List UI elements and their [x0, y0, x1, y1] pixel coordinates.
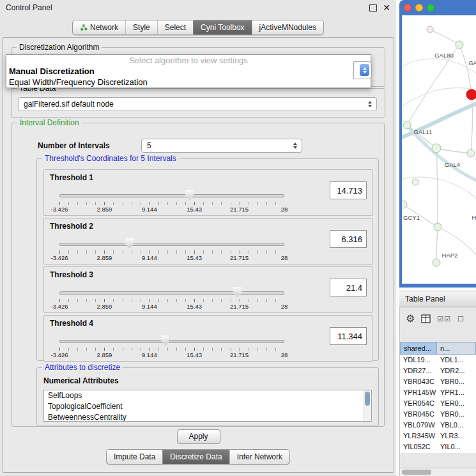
table-data-combobox[interactable]: galFiltered.sif default node	[18, 97, 377, 111]
slider-thumb[interactable]	[161, 335, 169, 346]
dropdown-option-equal-width-frequency[interactable]: Equal Width/Frequency Discretization	[6, 77, 371, 88]
list-scrollbar[interactable]	[364, 390, 371, 421]
dropdown-option-manual-discretization[interactable]: Manual Discretization	[6, 66, 371, 77]
network-node[interactable]	[402, 201, 407, 208]
network-node[interactable]	[403, 121, 411, 129]
tab-discretize-data[interactable]: Discretize Data	[162, 450, 229, 464]
tab-impute-data[interactable]: Impute Data	[107, 450, 162, 464]
apply-button[interactable]: Apply	[177, 429, 220, 444]
tick-label: 9.144	[142, 351, 157, 358]
network-node[interactable]	[467, 150, 475, 157]
close-traffic-light-icon[interactable]	[404, 4, 411, 12]
combo-stepper-icon[interactable]	[360, 64, 369, 76]
slider-thumb[interactable]	[185, 190, 194, 200]
tab-label: Impute Data	[114, 452, 155, 461]
threshold-3-slider[interactable]	[59, 287, 284, 298]
threshold-4-slider[interactable]	[59, 335, 284, 346]
group-label: Discretization Algorithm	[17, 43, 102, 52]
slider-tick-labels: -3.4262.8599.14415.4321.71528	[59, 303, 284, 310]
table-row[interactable]: YIL052CYIL0...	[400, 441, 476, 452]
gear-icon[interactable]: ⚙	[406, 314, 415, 324]
network-node[interactable]	[456, 41, 463, 49]
cyni-toolbox-panel: Discretization Algorithm Select algorith…	[3, 37, 394, 473]
table-cell: YPR1...	[437, 387, 476, 398]
network-canvas[interactable]: GAL80GAGAL11GAL4GCY1HHAP2	[402, 15, 476, 284]
dropdown-hint: Select algorithm to view settings	[6, 55, 371, 66]
minimize-traffic-light-icon[interactable]	[415, 4, 423, 12]
tab-jactivemnodules[interactable]: jActiveMNodules	[252, 20, 323, 35]
table-row[interactable]: YBR045CYBR0...	[400, 409, 476, 420]
tick-label: 28	[281, 206, 288, 213]
table-row[interactable]: YBR043CYBR0...	[400, 376, 476, 387]
tab-select[interactable]: Select	[157, 20, 193, 35]
table-row[interactable]: YLR345WYLR3...	[400, 431, 476, 441]
tab-style[interactable]: Style	[125, 20, 157, 35]
slider-thumb[interactable]	[233, 287, 242, 297]
table-row[interactable]: YPR145WYPR1...	[400, 387, 476, 398]
threshold-3-value-field[interactable]: 21.4	[330, 279, 367, 296]
table-row[interactable]: YDR27...YDR2...	[400, 365, 476, 376]
table-cell: YDL19...	[400, 355, 437, 365]
slider-track[interactable]	[59, 340, 284, 343]
tick-label: 21.715	[230, 254, 249, 261]
scrollbar-thumb[interactable]	[365, 392, 370, 406]
interval-definition-group: Interval Definition Number of Intervals …	[12, 123, 385, 427]
threshold-3-panel: Threshold 3 -3.4262.8599.14415.4321.7152…	[43, 266, 373, 313]
table-cell: YLR3...	[437, 431, 476, 441]
attribute-list-item[interactable]: BetweennessCentrality	[44, 412, 371, 422]
threshold-2-value-field[interactable]: 6.316	[330, 230, 367, 248]
table-cell: YBL079W	[400, 420, 437, 431]
table-panel-title: Table Panel	[405, 295, 445, 303]
table-data-group: Table Data galFiltered.sif default node	[11, 88, 385, 118]
slider-thumb[interactable]	[125, 238, 134, 249]
horizontal-scrollbar[interactable]	[400, 468, 476, 476]
float-window-icon[interactable]	[369, 4, 377, 12]
tab-cyni-toolbox[interactable]: Cyni Toolbox	[193, 20, 251, 35]
tick-label: 15.43	[187, 351, 202, 358]
number-of-intervals-combobox[interactable]: 5	[141, 139, 302, 153]
tick-label: 9.144	[142, 254, 157, 261]
table-row[interactable]: YBL079WYBL0...	[400, 420, 476, 431]
function-icon[interactable]: ☐	[457, 315, 464, 323]
threshold-1-slider[interactable]	[59, 190, 284, 201]
bottom-tabbar: Impute Data Discretize Data Infer Networ…	[0, 449, 396, 464]
network-node-label: GCY1	[403, 214, 420, 221]
close-icon[interactable]: ✕	[383, 3, 390, 12]
threshold-label: Threshold 2	[50, 222, 93, 231]
group-label: Interval Definition	[17, 118, 82, 127]
threshold-label: Threshold 3	[50, 270, 93, 279]
threshold-2-slider[interactable]	[59, 238, 284, 249]
network-node[interactable]	[412, 179, 418, 185]
zoom-traffic-light-icon[interactable]	[427, 4, 434, 12]
column-header-shared[interactable]: shared...	[400, 342, 437, 355]
select-columns-checkbox-icon[interactable]: ☑☑	[437, 315, 451, 323]
attribute-list-item[interactable]: TopologicalCoefficient	[44, 401, 371, 412]
network-edge	[459, 45, 472, 95]
numerical-attributes-list: SelfLoopsTopologicalCoefficientBetweenne…	[43, 390, 372, 422]
table-row[interactable]: YDL19...YDL1...	[400, 355, 476, 365]
tab-label: jActiveMNodules	[259, 23, 316, 32]
table-row[interactable]: YER054CYER0...	[400, 398, 476, 409]
slider-track[interactable]	[59, 194, 284, 197]
scrollbar-thumb[interactable]	[402, 470, 431, 475]
network-node[interactable]	[427, 26, 433, 33]
network-node[interactable]	[466, 89, 476, 100]
table-cell: YIL0...	[437, 441, 476, 452]
threshold-1-value-field[interactable]: 14.713	[330, 181, 367, 199]
threshold-4-value-field[interactable]: 11.344	[330, 327, 367, 345]
tab-infer-network[interactable]: Infer Network	[229, 450, 289, 464]
network-node[interactable]	[433, 259, 440, 266]
column-header-name[interactable]: n...	[437, 342, 476, 355]
tab-network[interactable]: Network	[73, 20, 125, 35]
table-body: YDL19...YDL1...YDR27...YDR2...YBR043CYBR…	[400, 355, 476, 453]
network-node[interactable]	[432, 144, 441, 153]
slider-track[interactable]	[59, 291, 284, 295]
attribute-list-item[interactable]: SelfLoops	[44, 390, 371, 401]
network-node[interactable]	[434, 223, 441, 231]
slider-track[interactable]	[59, 243, 284, 246]
algorithm-combobox[interactable]	[353, 61, 372, 79]
table-cell: YBL0...	[437, 420, 476, 431]
threshold-label: Threshold 1	[50, 173, 93, 182]
columns-icon[interactable]	[421, 314, 431, 323]
network-edge	[436, 148, 471, 153]
